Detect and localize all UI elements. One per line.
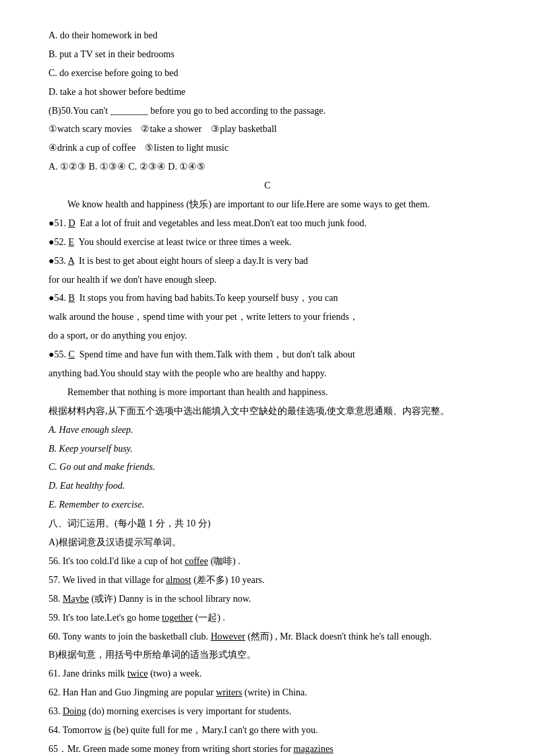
q62-text: 62. Han Han and Guo Jingming are popular bbox=[49, 687, 214, 697]
q50-opt3: ③play basketball bbox=[211, 124, 276, 134]
q61-end: a week. bbox=[173, 668, 202, 679]
option-d-shower: D. take a hot shower before bedtime bbox=[49, 83, 486, 101]
q65-text: 65．Mr. Green made some money from writin… bbox=[49, 744, 291, 754]
section-c-label: C bbox=[49, 177, 486, 195]
q61-hint: (two) bbox=[150, 668, 170, 679]
q53-line2: for our health if we don't have enough s… bbox=[49, 271, 486, 289]
q57-line: 57. We lived in that village for almost … bbox=[49, 572, 486, 589]
q50-prefix: (B)50.You can't bbox=[49, 106, 108, 116]
q54-line2: walk around the house，spend time with yo… bbox=[49, 308, 486, 326]
q53-bullet: ●53. bbox=[49, 256, 68, 266]
q65-line: 65．Mr. Green made some money from writin… bbox=[49, 741, 486, 756]
q53-text-start: It is best to get about eight hours of s… bbox=[74, 256, 308, 266]
q61-text: 61. Jane drinks milk bbox=[49, 668, 125, 679]
q50-opt2: ②take a shower bbox=[141, 124, 201, 134]
choice-d: D. Eat healthy food. bbox=[49, 477, 486, 495]
q55-bullet: ●55. bbox=[49, 349, 68, 359]
q52-bullet: ●52. bbox=[49, 237, 68, 247]
q50-opt4: ④drink a cup of coffee bbox=[49, 143, 135, 153]
q50-answers: A. ①②③ B. ①③④ C. ②③④ D. ①④⑤ bbox=[49, 158, 486, 176]
q50-suffix: before you go to bed according to the pa… bbox=[150, 106, 325, 116]
q62-hint: (write) bbox=[245, 687, 270, 697]
q57-cn: (差不多) bbox=[193, 575, 228, 585]
q55-line2: anything bad.You should stay with the pe… bbox=[49, 365, 486, 382]
q64-hint: (be) bbox=[113, 725, 129, 735]
q59-end: . bbox=[223, 613, 226, 623]
q63-prefix: 63. bbox=[49, 706, 61, 716]
q64-text: 64. Tomorrow bbox=[49, 725, 102, 735]
q50-line2: ①watch scary movies ②take a shower ③play… bbox=[49, 121, 486, 138]
q59-line: 59. It's too late.Let's go home together… bbox=[49, 609, 486, 627]
q50-blank: ________ bbox=[111, 106, 148, 116]
q57-answer: almost bbox=[166, 575, 191, 585]
q61-answer: twice bbox=[127, 668, 148, 679]
q51-answer: D bbox=[68, 218, 75, 228]
q60-text: 60. Tony wants to join the basketball cl… bbox=[49, 631, 208, 642]
section8-title: 八、词汇运用。(每小题 1 分，共 10 分) bbox=[49, 515, 486, 532]
partB-title: B)根据句意，用括号中所给单词的适当形式填空。 bbox=[49, 646, 486, 664]
q55-answer: C bbox=[68, 349, 74, 359]
choice-c: C. Go out and make friends. bbox=[49, 458, 486, 476]
q54-line3: do a sport, or do anything you enjoy. bbox=[49, 327, 486, 345]
choice-a: A. Have enough sleep. bbox=[49, 421, 486, 439]
partA-title: A)根据词意及汉语提示写单词。 bbox=[49, 534, 486, 551]
remember-line: Remember that nothing is more important … bbox=[49, 384, 486, 401]
q60-cn: (然而) bbox=[247, 631, 272, 642]
option-c-exercise: C. do exercise before going to bed bbox=[49, 65, 486, 82]
q64-text-end: quite full for me，Mary.I can't go there … bbox=[131, 725, 318, 735]
q61-line: 61. Jane drinks milk twice (two) a week. bbox=[49, 665, 486, 683]
q64-line: 64. Tomorrow is (be) quite full for me，M… bbox=[49, 722, 486, 739]
q50-line3: ④drink a cup of coffee ⑤listen to light … bbox=[49, 139, 486, 157]
q59-answer: together bbox=[162, 613, 193, 623]
q62-line: 62. Han Han and Guo Jingming are popular… bbox=[49, 684, 486, 701]
q58-prefix: 58. bbox=[49, 594, 61, 604]
q52-answer: E bbox=[68, 237, 74, 247]
q65-answer: magazines bbox=[294, 744, 334, 754]
passage-intro: We know health and happiness (快乐) are im… bbox=[49, 196, 486, 213]
q60-line: 60. Tony wants to join the basketball cl… bbox=[49, 628, 486, 646]
q56-end: . bbox=[238, 556, 241, 566]
q63-answer: Doing bbox=[63, 706, 86, 716]
instruction-cn: 根据材料内容,从下面五个选项中选出能填入文中空缺处的最佳选项,使文章意思通顺、内… bbox=[49, 403, 486, 420]
q58-text: Danny is in the school library now. bbox=[119, 594, 251, 604]
q64-answer: is bbox=[104, 725, 111, 735]
q57-end: 10 years. bbox=[230, 575, 265, 585]
page: A. do their homework in bed B. put a TV … bbox=[0, 0, 535, 756]
q54-text-start: It stops you from having bad habits.To k… bbox=[75, 293, 338, 303]
q53-answer: A bbox=[68, 256, 74, 266]
choice-e: E. Remember to exercise. bbox=[49, 496, 486, 514]
q59-cn: (一起) bbox=[195, 613, 220, 623]
q63-text: morning exercises is very important for … bbox=[106, 706, 291, 716]
q55-text-start: Spend time and have fun with them.Talk w… bbox=[75, 349, 355, 359]
option-a-homework: A. do their homework in bed bbox=[49, 27, 486, 44]
choice-b: B. Keep yourself busy. bbox=[49, 440, 486, 458]
q56-text: 56. It's too cold.I'd like a cup of hot bbox=[49, 556, 183, 566]
q55-line1: ●55. C Spend time and have fun with them… bbox=[49, 346, 486, 364]
q56-line: 56. It's too cold.I'd like a cup of hot … bbox=[49, 553, 486, 570]
q58-cn: (或许) bbox=[91, 594, 116, 604]
q51-bullet: ●51. bbox=[49, 218, 68, 228]
q58-answer: Maybe bbox=[63, 594, 89, 604]
q54-answer: B bbox=[68, 293, 74, 303]
q52-text: You should exercise at least twice or th… bbox=[74, 237, 292, 247]
q57-text: 57. We lived in that village for bbox=[49, 575, 164, 585]
q51-text: Eat a lot of fruit and vegetables and le… bbox=[75, 218, 367, 228]
q53-line1: ●53. A It is best to get about eight hou… bbox=[49, 252, 486, 270]
q56-cn: (咖啡) bbox=[210, 556, 235, 566]
q54-bullet: ●54. bbox=[49, 293, 68, 303]
q60-answer: However bbox=[211, 631, 245, 642]
option-b-tv: B. put a TV set in their bedrooms bbox=[49, 46, 486, 63]
q54-line1: ●54. B It stops you from having bad habi… bbox=[49, 289, 486, 307]
q52-line: ●52. E You should exercise at least twic… bbox=[49, 234, 486, 251]
q63-line: 63. Doing (do) morning exercises is very… bbox=[49, 703, 486, 720]
q63-hint: (do) bbox=[89, 706, 104, 716]
q50-opt1: ①watch scary movies bbox=[49, 124, 131, 134]
q59-text: 59. It's too late.Let's go home bbox=[49, 613, 160, 623]
q60-end: , Mr. Black doesn't think he's tall enou… bbox=[275, 631, 431, 642]
q56-answer: coffee bbox=[185, 556, 208, 566]
q62-answer: writers bbox=[216, 687, 242, 697]
q62-end: in China. bbox=[272, 687, 307, 697]
q51-line: ●51. D Eat a lot of fruit and vegetables… bbox=[49, 215, 486, 232]
q50-opt5: ⑤listen to light music bbox=[145, 143, 228, 153]
q58-line: 58. Maybe (或许) Danny is in the school li… bbox=[49, 590, 486, 608]
